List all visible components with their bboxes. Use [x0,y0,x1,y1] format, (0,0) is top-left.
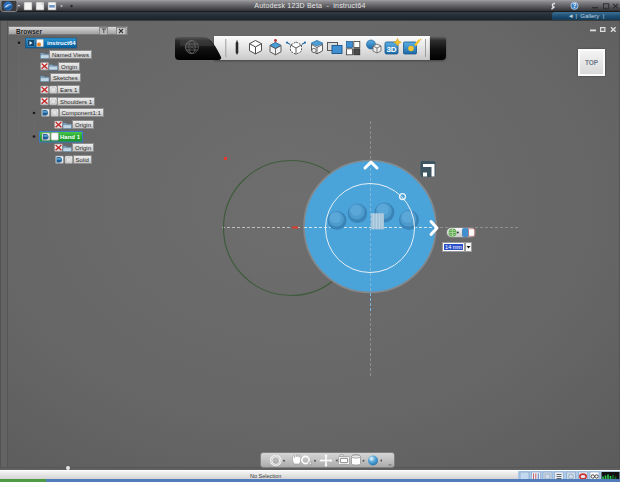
svg-text:?: ? [573,2,577,9]
svg-text:3D: 3D [386,45,396,54]
